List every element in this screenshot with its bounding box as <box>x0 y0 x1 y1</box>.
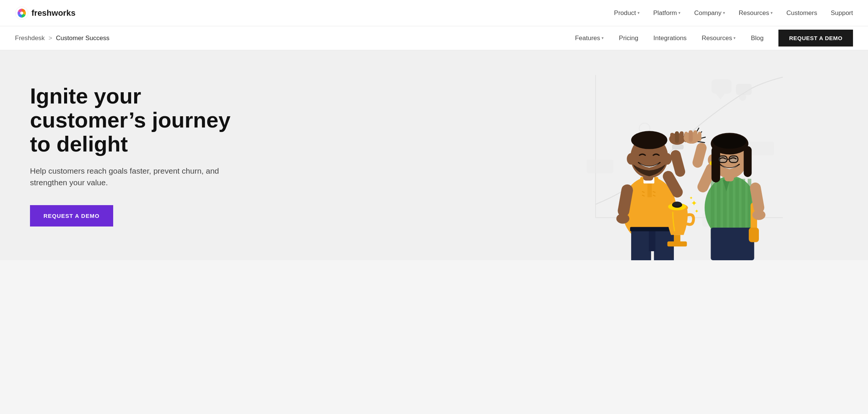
svg-text:✦: ✦ <box>694 208 699 214</box>
svg-rect-47 <box>674 235 680 242</box>
svg-rect-21 <box>649 230 655 251</box>
top-nav-company[interactable]: Company ▾ <box>694 9 725 17</box>
sub-nav-blog[interactable]: Blog <box>751 34 763 42</box>
hero-characters-illustration: ✦ ✦ ✦ <box>477 50 868 260</box>
sub-nav-pricing[interactable]: Pricing <box>619 34 638 42</box>
sub-nav-integrations[interactable]: Integrations <box>653 34 687 42</box>
top-nav-links: Product ▾ Platform ▾ Company ▾ Resources… <box>614 9 853 17</box>
top-nav-platform[interactable]: Platform ▾ <box>653 9 681 17</box>
svg-rect-30 <box>679 131 684 143</box>
breadcrumb-separator: > <box>48 34 52 42</box>
hero-content: Ignite your customer’s journey to deligh… <box>0 50 477 260</box>
svg-point-71 <box>752 210 765 220</box>
svg-rect-68 <box>693 130 697 142</box>
svg-point-33 <box>616 213 629 224</box>
top-nav-support[interactable]: Support <box>831 9 853 17</box>
logo-text: freshworks <box>31 8 75 18</box>
breadcrumb-current: Customer Success <box>56 34 109 42</box>
chevron-down-icon: ▾ <box>771 10 773 15</box>
breadcrumb: Freshdesk > Customer Success <box>15 34 109 42</box>
svg-point-38 <box>631 131 667 149</box>
sub-navigation: Freshdesk > Customer Success Features ▾ … <box>0 26 868 50</box>
top-nav-customers[interactable]: Customers <box>786 9 817 17</box>
svg-point-36 <box>627 153 635 165</box>
svg-rect-78 <box>711 146 720 183</box>
svg-text:✦: ✦ <box>689 196 693 200</box>
svg-rect-48 <box>667 242 687 247</box>
svg-rect-79 <box>744 146 751 177</box>
svg-rect-67 <box>688 130 693 142</box>
svg-point-80 <box>713 134 746 149</box>
hero-subtitle: Help customers reach goals faster, preve… <box>30 165 225 189</box>
top-nav-resources[interactable]: Resources ▾ <box>739 9 773 17</box>
svg-point-1 <box>20 12 23 15</box>
sub-nav-request-demo-button[interactable]: REQUEST A DEMO <box>778 30 853 46</box>
hero-section: Ignite your customer’s journey to deligh… <box>0 50 868 260</box>
freshworks-logo-icon <box>15 6 28 20</box>
svg-rect-19 <box>631 228 651 260</box>
svg-rect-60 <box>711 228 754 260</box>
logo-area[interactable]: freshworks <box>15 6 75 20</box>
chevron-down-icon: ▾ <box>638 10 640 15</box>
svg-rect-22 <box>630 227 675 231</box>
svg-point-37 <box>663 153 672 165</box>
chevron-down-icon: ▾ <box>723 10 725 15</box>
svg-rect-66 <box>684 132 688 142</box>
svg-rect-29 <box>675 131 679 143</box>
hero-title: Ignite your customer’s journey to deligh… <box>30 84 255 156</box>
chevron-down-icon: ▾ <box>602 36 604 40</box>
sub-nav-features[interactable]: Features ▾ <box>575 34 604 42</box>
svg-rect-64 <box>691 142 708 169</box>
breadcrumb-parent[interactable]: Freshdesk <box>15 34 45 42</box>
hero-illustration: ✦ ✦ ✦ <box>477 50 868 260</box>
svg-rect-26 <box>672 144 684 150</box>
sub-nav-links: Features ▾ Pricing Integrations Resource… <box>575 30 853 46</box>
sub-nav-resources[interactable]: Resources ▾ <box>702 34 736 42</box>
svg-point-46 <box>673 202 681 206</box>
chevron-down-icon: ▾ <box>733 36 736 40</box>
svg-rect-69 <box>698 132 702 141</box>
svg-rect-62 <box>749 228 759 242</box>
top-navigation: freshworks Product ▾ Platform ▾ Company … <box>0 0 868 26</box>
hero-request-demo-button[interactable]: REQUEST A DEMO <box>30 205 113 226</box>
chevron-down-icon: ▾ <box>678 10 681 15</box>
svg-line-41 <box>697 141 705 142</box>
svg-rect-28 <box>670 133 674 143</box>
top-nav-product[interactable]: Product ▾ <box>614 9 640 17</box>
